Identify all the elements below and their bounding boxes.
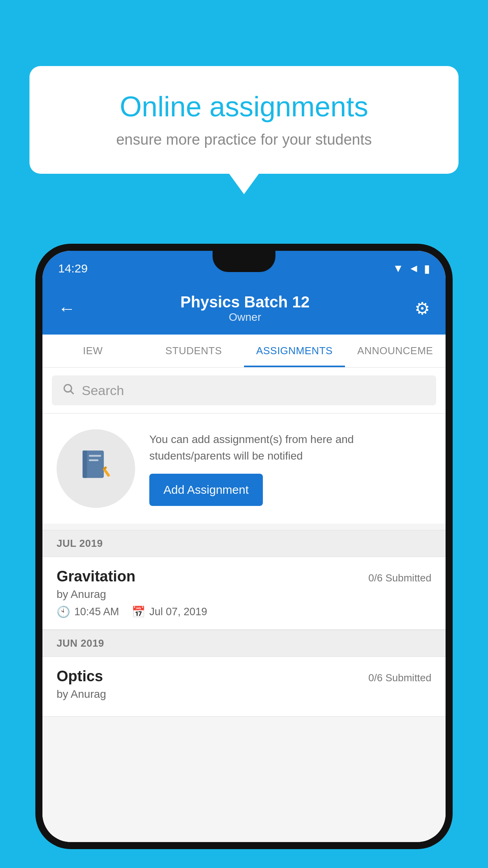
speech-bubble-subtitle: ensure more practice for your students: [57, 131, 431, 148]
svg-rect-3: [83, 451, 87, 478]
notch: [213, 251, 275, 272]
promo-text: You can add assignment(s) from here and …: [149, 431, 431, 464]
meta-time: 🕙 10:45 AM: [57, 605, 119, 618]
speech-bubble: Online assignments ensure more practice …: [29, 66, 459, 174]
settings-button[interactable]: ⚙: [415, 298, 430, 318]
assignment-item-gravitation[interactable]: Gravitation 0/6 Submitted by Anurag 🕙 10…: [42, 557, 446, 630]
tab-iew[interactable]: IEW: [42, 335, 143, 367]
phone-wrapper: 14:29 ▼ ◄ ▮ ← Physics Batch 12 Owner ⚙: [35, 244, 453, 868]
phone-device: 14:29 ▼ ◄ ▮ ← Physics Batch 12 Owner ⚙: [35, 244, 453, 849]
assignment-top-row: Gravitation 0/6 Submitted: [57, 568, 431, 585]
svg-line-1: [71, 391, 73, 394]
assignment-submitted-optics: 0/6 Submitted: [369, 672, 431, 684]
section-header-jul: JUL 2019: [42, 530, 446, 557]
assignment-icon: [78, 447, 114, 491]
content-area: Search: [42, 368, 446, 842]
phone-screen: 14:29 ▼ ◄ ▮ ← Physics Batch 12 Owner ⚙: [42, 251, 446, 842]
tab-announcements[interactable]: ANNOUNCEME: [345, 335, 446, 367]
status-bar: 14:29 ▼ ◄ ▮: [42, 251, 446, 286]
speech-bubble-container: Online assignments ensure more practice …: [29, 66, 459, 174]
assignment-date: Jul 07, 2019: [149, 606, 207, 618]
search-icon: [62, 383, 75, 398]
assignment-top-row-optics: Optics 0/6 Submitted: [57, 668, 431, 685]
assignment-time: 10:45 AM: [74, 606, 119, 618]
assignment-title-optics: Optics: [57, 668, 103, 685]
back-button[interactable]: ←: [58, 299, 75, 318]
add-assignment-button[interactable]: Add Assignment: [149, 474, 263, 506]
section-header-jun: JUN 2019: [42, 630, 446, 657]
search-placeholder: Search: [82, 383, 124, 398]
header-title: Physics Batch 12: [180, 293, 310, 311]
promo-icon-circle: [57, 429, 135, 508]
svg-point-0: [64, 384, 72, 392]
header-center: Physics Batch 12 Owner: [180, 293, 310, 324]
clock-icon: 🕙: [57, 605, 70, 618]
assignment-meta-gravitation: 🕙 10:45 AM 📅 Jul 07, 2019: [57, 605, 431, 618]
calendar-icon: 📅: [132, 605, 145, 618]
tabs-bar: IEW STUDENTS ASSIGNMENTS ANNOUNCEME: [42, 335, 446, 368]
svg-rect-5: [89, 459, 99, 461]
search-bar-container: Search: [42, 368, 446, 414]
app-header: ← Physics Batch 12 Owner ⚙: [42, 286, 446, 335]
assignment-item-optics[interactable]: Optics 0/6 Submitted by Anurag: [42, 657, 446, 717]
signal-icon: ◄: [408, 262, 419, 275]
speech-bubble-title: Online assignments: [57, 90, 431, 123]
assignment-author-gravitation: by Anurag: [57, 588, 431, 601]
svg-rect-4: [89, 455, 101, 457]
assignment-submitted-gravitation: 0/6 Submitted: [369, 572, 431, 584]
status-time: 14:29: [58, 262, 88, 275]
wifi-icon: ▼: [393, 262, 404, 275]
promo-content: You can add assignment(s) from here and …: [149, 431, 431, 506]
header-subtitle: Owner: [180, 311, 310, 324]
assignment-title-gravitation: Gravitation: [57, 568, 136, 585]
search-bar[interactable]: Search: [52, 375, 436, 405]
tab-students[interactable]: STUDENTS: [143, 335, 244, 367]
promo-section: You can add assignment(s) from here and …: [42, 414, 446, 524]
meta-date: 📅 Jul 07, 2019: [132, 605, 207, 618]
status-icons: ▼ ◄ ▮: [393, 262, 430, 275]
battery-icon: ▮: [424, 262, 430, 275]
tab-assignments[interactable]: ASSIGNMENTS: [244, 335, 345, 367]
assignment-author-optics: by Anurag: [57, 688, 431, 701]
